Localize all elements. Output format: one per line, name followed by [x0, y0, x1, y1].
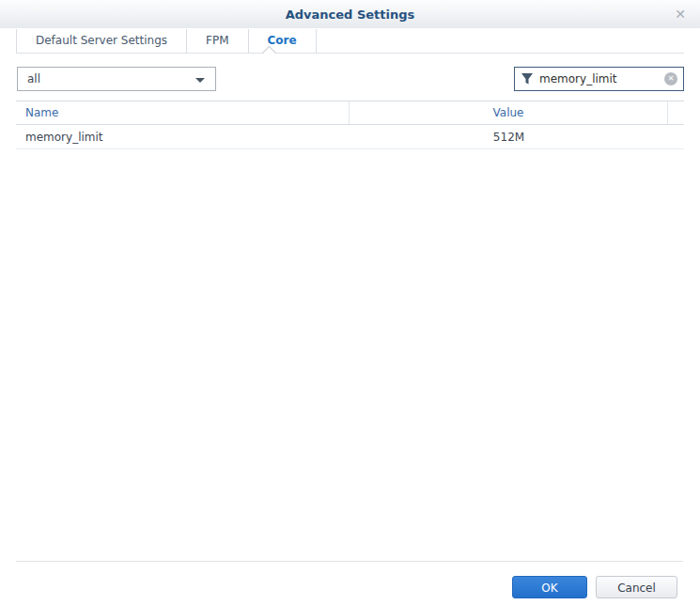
tab-core[interactable]: Core: [249, 29, 317, 53]
search-input[interactable]: [539, 72, 664, 85]
column-header-name[interactable]: Name: [16, 101, 350, 124]
clear-search-icon[interactable]: ✕: [664, 72, 677, 85]
column-header-gutter: [668, 101, 684, 124]
tab-default-server-settings[interactable]: Default Server Settings: [16, 29, 187, 53]
dialog-title: Advanced Settings: [286, 8, 415, 22]
column-header-value[interactable]: Value: [350, 101, 668, 124]
table-header: Name Value: [16, 101, 684, 125]
category-dropdown[interactable]: all: [17, 67, 216, 91]
row-value-cell: 512M: [350, 131, 668, 144]
chevron-down-icon: [195, 78, 205, 83]
table-row[interactable]: memory_limit 512M: [16, 125, 684, 149]
settings-table: Name Value memory_limit 512M: [16, 101, 684, 149]
dialog-titlebar: Advanced Settings ✕: [0, 0, 700, 28]
filter-toolbar: all ✕: [16, 67, 684, 91]
tab-fpm[interactable]: FPM: [187, 29, 249, 53]
ok-button[interactable]: OK: [512, 576, 587, 598]
category-dropdown-value: all: [27, 72, 40, 85]
search-box: ✕: [514, 67, 684, 91]
cancel-button[interactable]: Cancel: [596, 576, 677, 598]
dialog-footer: OK Cancel: [16, 561, 683, 605]
filter-funnel-icon: [521, 72, 534, 85]
close-icon[interactable]: ✕: [673, 6, 688, 23]
row-name-cell: memory_limit: [16, 131, 350, 144]
tab-bar: Default Server Settings FPM Core: [16, 29, 684, 54]
